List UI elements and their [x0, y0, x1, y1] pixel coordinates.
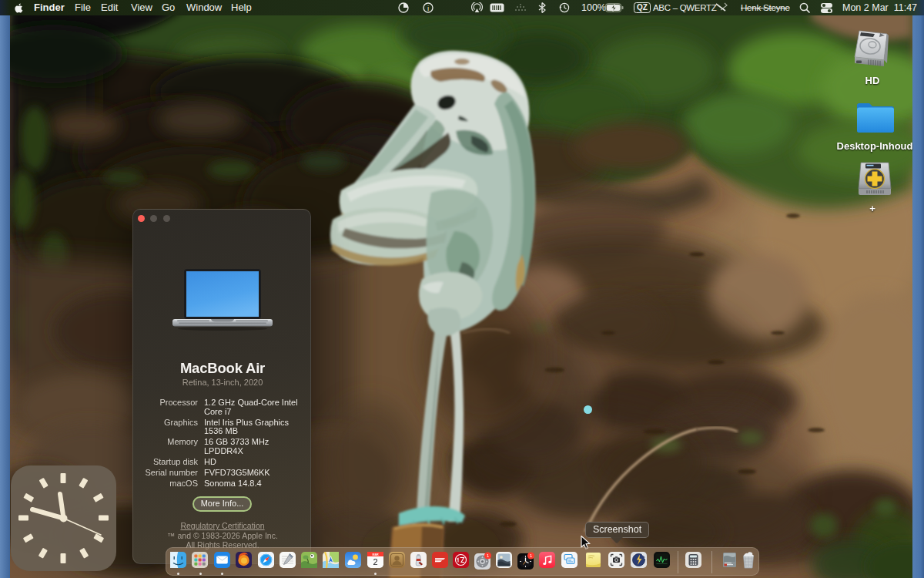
svg-text:MAR: MAR: [372, 553, 379, 556]
svg-text:1: 1: [487, 553, 489, 557]
svg-text:2: 2: [373, 557, 377, 566]
svg-text:1: 1: [530, 553, 532, 557]
svg-text:i: i: [427, 4, 429, 12]
